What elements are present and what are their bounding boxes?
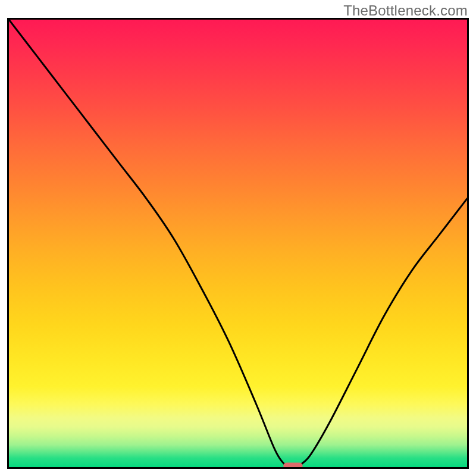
optimal-marker — [283, 462, 302, 467]
bottleneck-curve — [9, 20, 467, 466]
watermark-text: TheBottleneck.com — [343, 2, 468, 19]
chart-svg — [9, 20, 467, 467]
plot-area — [7, 18, 469, 469]
